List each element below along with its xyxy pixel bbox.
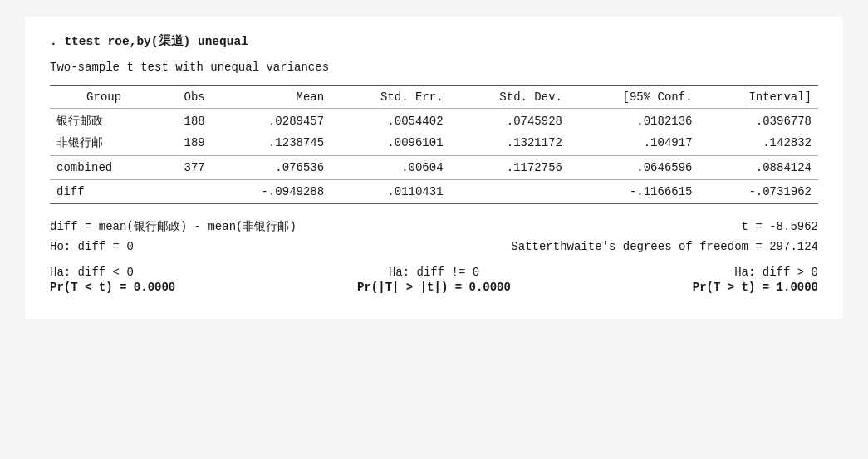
output-panel: . ttest roe,by(渠道) unequal Two-sample t …: [25, 17, 843, 319]
table-row: 非银行邮 189 .1238745 .0096101 .1321172 .104…: [50, 132, 818, 156]
table-row: 银行邮政 188 .0289457 .0054402 .0745928 .018…: [50, 109, 818, 133]
ha-center-prob-label: Pr(|T| > |t|) =: [357, 281, 462, 294]
row-group2-label: 非银行邮: [50, 132, 158, 156]
ha-left-label: Ha: diff < 0: [50, 266, 296, 279]
row-group2-ci-high: .142832: [699, 132, 818, 156]
row-diff-ci-low: -.1166615: [569, 180, 699, 204]
row-combined-ci-low: .0646596: [569, 156, 699, 180]
ha-right-prob: Pr(T > t) = 1.0000: [572, 281, 818, 294]
ha-left-prob: Pr(T < t) = 0.0000: [50, 281, 296, 294]
col-header-ci-high: Interval]: [699, 86, 818, 109]
footnote-line1: diff = mean(银行邮政) - mean(非银行邮) t = -8.59…: [50, 217, 818, 237]
col-header-stderr: Std. Err.: [331, 86, 449, 109]
col-header-obs: Obs: [158, 86, 212, 109]
row-group2-mean: .1238745: [212, 132, 331, 156]
subtitle-text: Two-sample t test with unequal variances: [50, 61, 329, 74]
ha-left: Ha: diff < 0 Pr(T < t) = 0.0000: [50, 266, 296, 294]
row-group1-obs: 188: [158, 109, 212, 133]
subtitle: Two-sample t test with unequal variances: [50, 61, 818, 74]
row-diff-stddev: [450, 180, 569, 204]
row-diff-stderr: .0110431: [331, 180, 449, 204]
row-group1-stderr: .0054402: [331, 109, 449, 133]
ha-right: Ha: diff > 0 Pr(T > t) = 1.0000: [572, 266, 818, 294]
footnote1-left: diff = mean(银行邮政) - mean(非银行邮): [50, 217, 297, 237]
row-group1-label: 银行邮政: [50, 109, 158, 133]
row-diff-obs: [158, 180, 212, 204]
ha-right-prob-value: 1.0000: [777, 281, 818, 294]
table-row: combined 377 .076536 .00604 .1172756 .06…: [50, 156, 818, 180]
ha-left-prob-label: Pr(T < t) =: [50, 281, 126, 294]
footnote1-right: t = -8.5962: [742, 217, 818, 237]
table-header-row: Group Obs Mean Std. Err. Std. Dev. [95% …: [50, 86, 818, 109]
row-combined-mean: .076536: [212, 156, 331, 180]
row-group2-stddev: .1321172: [450, 132, 569, 156]
row-group1-mean: .0289457: [212, 109, 331, 133]
row-combined-stderr: .00604: [331, 156, 449, 180]
footnote2-left: Ho: diff = 0: [50, 237, 134, 257]
command-line: . ttest roe,by(渠道) unequal: [50, 33, 818, 49]
ha-section: Ha: diff < 0 Pr(T < t) = 0.0000 Ha: diff…: [50, 266, 818, 294]
col-header-group: Group: [50, 86, 158, 109]
ha-right-prob-label: Pr(T > t) =: [693, 281, 769, 294]
row-group2-ci-low: .104917: [569, 132, 699, 156]
row-group1-ci-high: .0396778: [699, 109, 818, 133]
col-header-stddev: Std. Dev.: [450, 86, 569, 109]
row-group2-obs: 189: [158, 132, 212, 156]
row-combined-obs: 377: [158, 156, 212, 180]
row-diff-label: diff: [50, 180, 158, 204]
ha-center-prob-value: 0.0000: [469, 281, 511, 294]
ha-center-prob: Pr(|T| > |t|) = 0.0000: [311, 281, 557, 294]
command-text: . ttest roe,by(渠道) unequal: [50, 35, 248, 48]
col-header-mean: Mean: [212, 86, 331, 109]
ha-left-prob-value: 0.0000: [134, 281, 175, 294]
row-diff-ci-high: -.0731962: [699, 180, 818, 204]
row-combined-stddev: .1172756: [450, 156, 569, 180]
row-group1-ci-low: .0182136: [569, 109, 699, 133]
ha-center: Ha: diff != 0 Pr(|T| > |t|) = 0.0000: [311, 266, 557, 294]
ttest-table: Group Obs Mean Std. Err. Std. Dev. [95% …: [50, 85, 818, 204]
row-group2-stderr: .0096101: [331, 132, 449, 156]
footnote-line2: Ho: diff = 0 Satterthwaite's degrees of …: [50, 237, 818, 257]
footnotes: diff = mean(银行邮政) - mean(非银行邮) t = -8.59…: [50, 217, 818, 257]
footnote2-right: Satterthwaite's degrees of freedom = 297…: [511, 237, 818, 257]
ha-center-label: Ha: diff != 0: [311, 266, 557, 279]
table-row: diff -.0949288 .0110431 -.1166615 -.0731…: [50, 180, 818, 204]
col-header-ci-low: [95% Conf.: [569, 86, 699, 109]
row-group1-stddev: .0745928: [450, 109, 569, 133]
ha-right-label: Ha: diff > 0: [572, 266, 818, 279]
row-combined-label: combined: [50, 156, 158, 180]
row-diff-mean: -.0949288: [212, 180, 331, 204]
row-combined-ci-high: .0884124: [699, 156, 818, 180]
